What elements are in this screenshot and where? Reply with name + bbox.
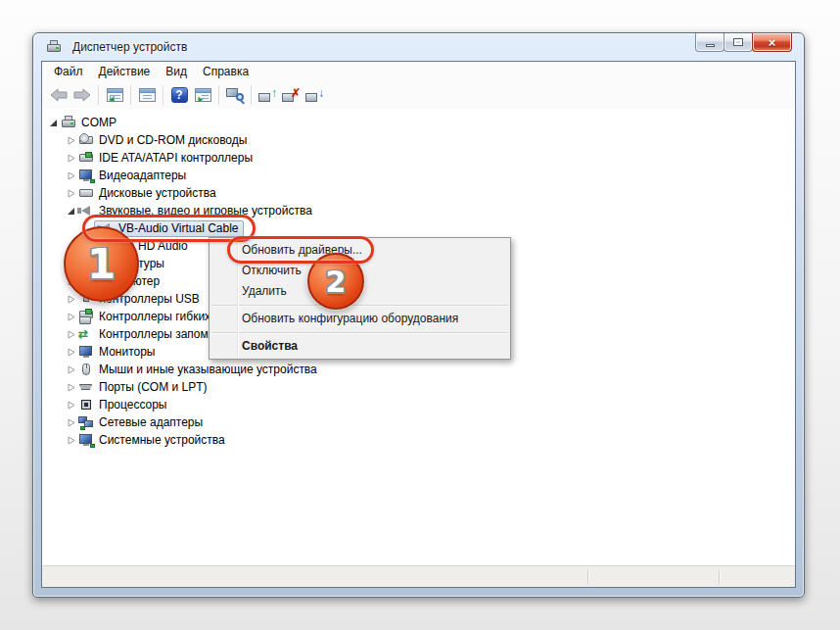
toolbar-separator: [98, 85, 99, 105]
tree-label[interactable]: Процессоры: [99, 398, 167, 412]
collapsed-triangle-icon[interactable]: [66, 435, 76, 446]
tree-label[interactable]: DVD и CD-ROM дисководы: [99, 133, 247, 147]
network-adapter-icon: [78, 414, 95, 430]
collapsed-triangle-icon[interactable]: [66, 382, 76, 393]
device-manager-icon: [61, 115, 77, 130]
help-button[interactable]: ?: [167, 83, 191, 107]
processor-icon: [78, 397, 95, 412]
tree-label[interactable]: Сетевые адаптеры: [99, 415, 203, 429]
title-bar[interactable]: Диспетчер устройств ×: [33, 33, 804, 61]
collapsed-triangle-icon[interactable]: [66, 188, 76, 199]
context-menu-item-properties[interactable]: Свойства: [210, 336, 510, 357]
desktop-background: Диспетчер устройств × Файл Действие Вид …: [0, 0, 840, 630]
properties-button[interactable]: [135, 83, 159, 107]
status-bar-divider: [587, 569, 588, 584]
toolbar-separator: [251, 85, 252, 105]
forward-icon: [73, 88, 91, 102]
minimize-button[interactable]: [695, 33, 724, 52]
forward-button[interactable]: [70, 83, 94, 107]
uninstall-device-icon: ✗: [282, 87, 300, 103]
collapsed-triangle-icon[interactable]: [66, 329, 76, 340]
menu-view[interactable]: Вид: [158, 63, 195, 80]
menu-help[interactable]: Справка: [195, 63, 257, 80]
context-menu-separator: [211, 332, 508, 333]
cd-drive-icon: [78, 132, 95, 148]
tree-row-network[interactable]: Сетевые адаптеры: [66, 413, 795, 431]
floppy-controller-icon: [78, 309, 95, 324]
tree-label[interactable]: IDE ATA/ATAPI контроллеры: [99, 151, 253, 165]
tree-label[interactable]: Системные устройства: [99, 433, 225, 447]
tree-row-dvd[interactable]: DVD и CD-ROM дисководы: [66, 131, 795, 149]
menu-action[interactable]: Действие: [91, 63, 159, 80]
tree-row-processors[interactable]: Процессоры: [66, 396, 795, 413]
ide-controller-icon: [78, 150, 95, 166]
collapsed-triangle-icon[interactable]: [66, 347, 76, 358]
tree-row-disk[interactable]: Дисковые устройства: [66, 184, 795, 202]
ports-icon: [78, 379, 95, 395]
toolbar-separator: [130, 85, 131, 105]
toolbar: ◂ ? ▸ ↑: [42, 81, 795, 109]
update-driver-button[interactable]: ↑: [256, 83, 279, 107]
scan-hardware-changes-icon: [226, 87, 244, 103]
collapsed-triangle-icon[interactable]: [66, 417, 76, 428]
minimize-icon: [706, 44, 715, 47]
toolbar-separator: [218, 85, 219, 105]
maximize-icon: [733, 38, 743, 46]
properties-icon: [139, 88, 156, 102]
back-button[interactable]: [47, 83, 70, 107]
device-manager-icon: [46, 39, 63, 55]
monitor-icon: [78, 344, 95, 360]
collapsed-triangle-icon[interactable]: [66, 364, 76, 375]
mouse-icon: [78, 362, 95, 377]
collapsed-triangle-icon[interactable]: [66, 135, 76, 146]
expanded-triangle-icon[interactable]: [48, 118, 59, 128]
video-adapter-icon: [78, 168, 95, 183]
tree-label[interactable]: Мониторы: [99, 345, 155, 359]
menu-bar: Файл Действие Вид Справка: [42, 62, 795, 81]
close-button[interactable]: ×: [752, 33, 792, 52]
collapsed-triangle-icon[interactable]: [66, 400, 76, 411]
tree-label[interactable]: Видеоадаптеры: [99, 169, 186, 182]
tree-row-comp[interactable]: COMP: [48, 114, 795, 131]
maximize-button[interactable]: [723, 33, 753, 52]
collapsed-triangle-icon[interactable]: [66, 153, 76, 164]
status-bar-divider: [719, 569, 720, 584]
highlight-ring-device: [82, 215, 256, 242]
show-console-tree-icon: ◂: [107, 88, 123, 102]
window-title: Диспетчер устройств: [72, 40, 187, 54]
context-menu-item-scan-hardware[interactable]: Обновить конфигурацию оборудования: [210, 309, 510, 329]
menu-file[interactable]: Файл: [46, 63, 91, 80]
show-console-tree-button[interactable]: ◂: [103, 83, 126, 107]
context-menu-separator: [211, 305, 508, 306]
tree-label[interactable]: Мыши и иные указывающие устройства: [99, 363, 317, 376]
status-bar: [42, 565, 795, 587]
tree-label[interactable]: Порты (COM и LPT): [99, 380, 208, 394]
disk-drive-icon: [78, 185, 95, 201]
system-devices-icon: [78, 432, 95, 448]
uninstall-device-button[interactable]: ✗: [279, 83, 303, 107]
toolbar-separator: [163, 85, 163, 105]
expanded-triangle-icon[interactable]: [66, 206, 76, 217]
collapsed-triangle-icon[interactable]: [66, 312, 76, 322]
storage-controller-icon: ⇄: [78, 326, 95, 342]
back-icon: [50, 88, 68, 102]
show-action-pane-button[interactable]: ▸: [191, 83, 214, 107]
highlight-ring-update-drivers: [227, 236, 374, 264]
help-icon: ?: [171, 87, 188, 103]
tree-label[interactable]: COMP: [81, 116, 117, 129]
tree-row-ide[interactable]: IDE ATA/ATAPI контроллеры: [66, 149, 795, 167]
disable-device-icon: ↓: [305, 87, 323, 103]
tree-row-mice[interactable]: Мыши и иные указывающие устройства: [66, 361, 795, 378]
disable-device-button[interactable]: ↓: [303, 83, 326, 107]
collapsed-triangle-icon[interactable]: [66, 170, 76, 181]
tree-row-system[interactable]: Системные устройства: [66, 431, 795, 449]
scan-hardware-changes-button[interactable]: [223, 83, 247, 107]
tree-row-ports[interactable]: Порты (COM и LPT): [66, 378, 795, 396]
tree-row-video[interactable]: Видеоадаптеры: [66, 167, 795, 184]
collapsed-triangle-icon[interactable]: [66, 294, 76, 305]
update-driver-icon: ↑: [258, 87, 276, 103]
tree-label[interactable]: Дисковые устройства: [99, 186, 216, 200]
close-icon: ×: [769, 35, 776, 50]
show-action-pane-icon: ▸: [195, 88, 211, 102]
